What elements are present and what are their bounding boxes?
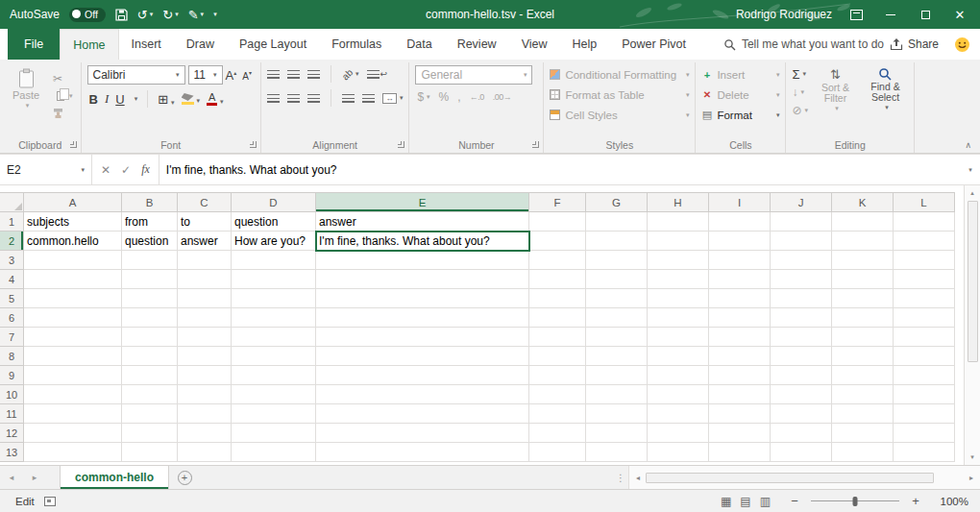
- cut-button[interactable]: ✂: [53, 72, 73, 85]
- tab-power-pivot[interactable]: Power Pivot: [609, 29, 698, 60]
- cell-I5[interactable]: [709, 289, 771, 308]
- cell-D4[interactable]: [232, 270, 316, 289]
- row-header-10[interactable]: 10: [0, 385, 24, 404]
- cell-L1[interactable]: [894, 212, 955, 232]
- scroll-down-icon[interactable]: ▾: [970, 451, 974, 463]
- cell-C4[interactable]: [178, 270, 232, 289]
- row-header-8[interactable]: 8: [0, 347, 24, 366]
- fill-button[interactable]: ↓▾: [792, 85, 808, 99]
- column-header-H[interactable]: H: [648, 192, 709, 212]
- zoom-in-button[interactable]: +: [909, 494, 922, 508]
- tab-review[interactable]: Review: [445, 29, 509, 60]
- tab-draw[interactable]: Draw: [174, 29, 227, 60]
- sheet-nav-right-icon[interactable]: ▸: [23, 466, 46, 489]
- font-size-select[interactable]: 11 ▾: [188, 65, 223, 85]
- align-right-button[interactable]: [307, 94, 320, 103]
- vertical-scroll-thumb[interactable]: [968, 201, 978, 362]
- cancel-button[interactable]: ✕: [101, 163, 110, 177]
- cell-B13[interactable]: [122, 443, 178, 462]
- cell-I2[interactable]: [709, 232, 771, 251]
- cell-E2[interactable]: I'm fine, thanks. What about you?: [316, 232, 529, 251]
- cell-D12[interactable]: [232, 424, 316, 443]
- cell-G11[interactable]: [586, 404, 648, 424]
- ink-pen-button[interactable]: ✎ ▾: [188, 8, 204, 22]
- cell-G10[interactable]: [586, 385, 648, 404]
- cell-H3[interactable]: [648, 251, 709, 270]
- column-header-J[interactable]: J: [771, 192, 832, 212]
- cell-E1[interactable]: answer: [316, 212, 529, 232]
- cell-K3[interactable]: [832, 251, 894, 270]
- insert-function-button[interactable]: fx: [141, 162, 150, 177]
- cell-J12[interactable]: [771, 424, 832, 443]
- cell-L13[interactable]: [894, 443, 955, 462]
- close-button[interactable]: ✕: [949, 0, 970, 29]
- cell-G12[interactable]: [586, 424, 648, 443]
- format-as-table-button[interactable]: Format as Table ▾: [550, 85, 689, 104]
- cell-G4[interactable]: [586, 270, 648, 289]
- tab-help[interactable]: Help: [560, 29, 610, 60]
- number-format-select[interactable]: General ▾: [415, 65, 532, 85]
- cell-B8[interactable]: [122, 347, 178, 366]
- cell-F11[interactable]: [529, 404, 586, 424]
- cell-J3[interactable]: [771, 251, 832, 270]
- cell-J1[interactable]: [771, 212, 832, 232]
- name-box[interactable]: E2 ▾: [0, 155, 92, 184]
- cell-G9[interactable]: [586, 366, 648, 385]
- cell-L7[interactable]: [894, 328, 955, 347]
- cell-L12[interactable]: [894, 424, 955, 443]
- cell-B5[interactable]: [122, 289, 178, 308]
- row-header-5[interactable]: 5: [0, 289, 24, 308]
- cell-G6[interactable]: [586, 308, 648, 328]
- cell-G5[interactable]: [586, 289, 648, 308]
- cell-E5[interactable]: [316, 289, 529, 308]
- cell-I7[interactable]: [709, 328, 771, 347]
- cell-E8[interactable]: [316, 347, 529, 366]
- cell-A2[interactable]: common.hello: [24, 232, 122, 251]
- row-header-4[interactable]: 4: [0, 270, 24, 289]
- cell-D9[interactable]: [232, 366, 316, 385]
- share-button[interactable]: Share: [890, 37, 939, 51]
- cell-B3[interactable]: [122, 251, 178, 270]
- underline-button[interactable]: U: [115, 92, 124, 107]
- format-painter-button[interactable]: [53, 107, 73, 119]
- column-header-F[interactable]: F: [529, 192, 586, 212]
- cell-K9[interactable]: [832, 366, 894, 385]
- cell-H10[interactable]: [648, 385, 709, 404]
- tab-file[interactable]: File: [8, 29, 60, 60]
- cell-A10[interactable]: [24, 385, 122, 404]
- cell-F9[interactable]: [529, 366, 586, 385]
- cell-B12[interactable]: [122, 424, 178, 443]
- paste-button[interactable]: Paste ▾: [6, 65, 46, 110]
- select-all-corner[interactable]: [0, 192, 24, 212]
- cell-styles-button[interactable]: Cell Styles ▾: [550, 106, 689, 124]
- cell-A11[interactable]: [24, 404, 122, 424]
- cell-J9[interactable]: [771, 366, 832, 385]
- enter-button[interactable]: ✓: [121, 163, 131, 177]
- cell-K5[interactable]: [832, 289, 894, 308]
- cell-I10[interactable]: [709, 385, 771, 404]
- borders-button[interactable]: ⊞▾: [158, 92, 174, 107]
- cell-L3[interactable]: [894, 251, 955, 270]
- cell-D6[interactable]: [232, 308, 316, 328]
- tab-splitter-icon[interactable]: ⋮: [613, 466, 628, 489]
- cell-D5[interactable]: [232, 289, 316, 308]
- zoom-slider[interactable]: [811, 495, 899, 508]
- align-center-button[interactable]: [287, 94, 300, 103]
- cell-C10[interactable]: [178, 385, 232, 404]
- cell-H5[interactable]: [648, 289, 709, 308]
- cell-H9[interactable]: [648, 366, 709, 385]
- normal-view-icon[interactable]: ▦: [721, 495, 731, 508]
- cell-E12[interactable]: [316, 424, 529, 443]
- cell-H11[interactable]: [648, 404, 709, 424]
- cell-F8[interactable]: [529, 347, 586, 366]
- accounting-format-button[interactable]: $▾: [417, 90, 429, 104]
- cell-I9[interactable]: [709, 366, 771, 385]
- customize-qat-button[interactable]: ▾: [213, 11, 217, 18]
- cell-J8[interactable]: [771, 347, 832, 366]
- cell-I8[interactable]: [709, 347, 771, 366]
- cell-L8[interactable]: [894, 347, 955, 366]
- redo-button[interactable]: ↻ ▾: [162, 8, 178, 22]
- zoom-thumb[interactable]: [853, 497, 858, 506]
- formula-bar-expand-icon[interactable]: ▾: [961, 155, 980, 184]
- wrap-text-button[interactable]: ↩: [367, 69, 388, 79]
